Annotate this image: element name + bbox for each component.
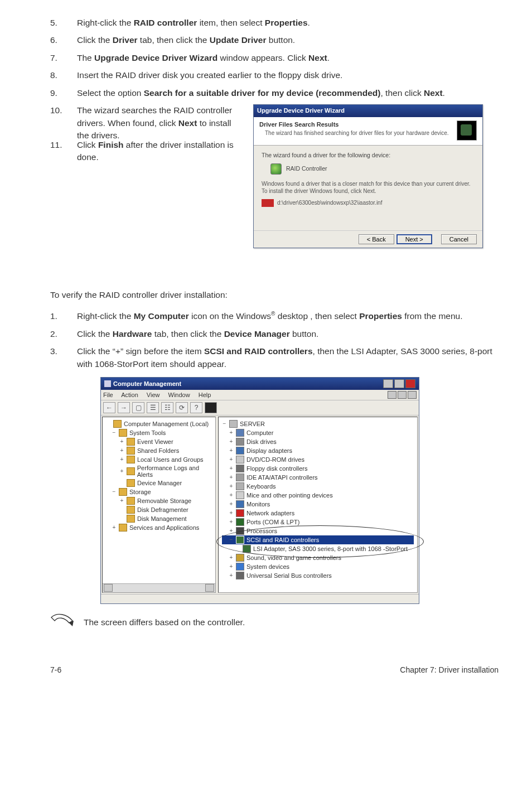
tree-label: Disk Management — [137, 515, 187, 522]
scroll-right-button[interactable] — [205, 584, 214, 592]
dm-node[interactable]: +Display adapters — [222, 446, 414, 455]
display-icon — [236, 447, 244, 455]
tree-root[interactable]: Computer Management (Local) — [104, 419, 214, 428]
dm-node[interactable]: +Processors — [222, 526, 414, 535]
step-num: 10. — [50, 104, 77, 259]
scroll-left-button[interactable] — [104, 584, 113, 592]
t: desktop , then select — [275, 311, 359, 321]
dm-node[interactable]: +Monitors — [222, 500, 414, 509]
dm-label: LSI Adapter, SAS 3000 series, 8-port wit… — [253, 545, 408, 552]
dm-node-scsi[interactable]: −SCSI and RAID controllers — [222, 535, 414, 544]
dm-node[interactable]: +Ports (COM & LPT) — [222, 518, 414, 526]
t: Hardware — [113, 329, 152, 339]
tree-node[interactable]: −System Tools — [104, 428, 214, 437]
folder-icon — [127, 456, 135, 463]
tool-up-button[interactable]: ▢ — [132, 402, 144, 413]
tool-forward-button[interactable]: → — [118, 402, 130, 413]
tree-node[interactable]: Disk Management — [104, 514, 214, 523]
dm-node[interactable]: +Network adapters — [222, 509, 414, 518]
step-6: 6. Click the Driver tab, then click the … — [50, 34, 499, 46]
wizard-back-button[interactable]: < Back — [359, 234, 394, 244]
device-icon — [270, 163, 282, 175]
dm-root[interactable]: −SERVER — [222, 419, 414, 428]
tree-label: Event Viewer — [137, 438, 173, 445]
wizard-path-row: d:\driver\6300esb\windowsxp\32\iaastor.i… — [262, 199, 475, 207]
network-icon — [236, 509, 244, 517]
t: tab, then click the — [138, 35, 210, 45]
verify-intro: To verify the RAID controller driver ins… — [50, 290, 499, 300]
tree-scrollbar[interactable] — [103, 583, 215, 592]
close-button[interactable] — [405, 379, 415, 388]
dm-node[interactable]: +Computer — [222, 428, 414, 437]
wizard-device-label: RAID Controller — [286, 165, 327, 173]
tool-refresh-button[interactable]: ⟳ — [176, 402, 188, 413]
dm-label: Computer — [246, 429, 273, 436]
tool-extra-button[interactable] — [205, 402, 217, 413]
dm-label: Network adapters — [246, 510, 294, 516]
step-num: 1. — [50, 310, 77, 323]
flag-icon — [262, 199, 274, 207]
tree-label: Disk Defragmenter — [137, 506, 188, 513]
mdi-minimize-button[interactable] — [388, 391, 396, 399]
cm-panes: Computer Management (Local) −System Tool… — [101, 416, 419, 594]
mdi-restore-button[interactable] — [398, 391, 407, 399]
dm-label: Display adapters — [246, 447, 292, 454]
wizard-body-line1: The wizard found a driver for the follow… — [262, 151, 475, 160]
tree-node[interactable]: +Removable Storage — [104, 496, 214, 505]
wizard-next-button[interactable]: Next > — [396, 234, 432, 244]
footer: 7-6 Chapter 7: Driver installation — [50, 665, 499, 674]
menu-help[interactable]: Help — [199, 392, 211, 398]
minimize-button[interactable] — [383, 379, 393, 388]
tree-node[interactable]: Device Manager — [104, 479, 214, 487]
dm-label: SERVER — [240, 421, 265, 427]
tree-node[interactable]: +Services and Applications — [104, 523, 214, 532]
tree-node[interactable]: +Local Users and Groups — [104, 455, 214, 464]
dm-node[interactable]: +Floppy disk controllers — [222, 464, 414, 473]
folder-icon — [127, 506, 135, 514]
folder-icon — [119, 488, 127, 496]
cm-right-pane[interactable]: −SERVER +Computer +Disk drives +Display … — [218, 417, 418, 593]
tree-node[interactable]: Disk Defragmenter — [104, 505, 214, 514]
menu-action[interactable]: Action — [121, 392, 138, 398]
tool-back-button[interactable]: ← — [103, 402, 115, 413]
dm-node[interactable]: +Disk drives — [222, 437, 414, 446]
tree-node[interactable]: −Storage — [104, 487, 214, 496]
tool-show-button[interactable]: ☰ — [147, 402, 159, 413]
tree-label: Services and Applications — [129, 524, 199, 531]
dm-node[interactable]: +Sound, video and game controllers — [222, 553, 414, 562]
cm-tree[interactable]: Computer Management (Local) −System Tool… — [102, 417, 216, 593]
t: Upgrade Device Driver Wizard — [94, 53, 217, 62]
mdi-close-button[interactable] — [408, 391, 417, 399]
dm-node[interactable]: +Universal Serial Bus controllers — [222, 571, 414, 580]
step-7: 7. The Upgrade Device Driver Wizard wind… — [50, 52, 499, 64]
step-text: Click the Hardware tab, then click the D… — [77, 328, 499, 340]
wizard-body-para: Windows found a driver that is a closer … — [262, 180, 475, 195]
step-num: 8. — [50, 69, 77, 81]
tree-label: Computer Management (Local) — [124, 421, 209, 427]
dm-node[interactable]: +Keyboards — [222, 482, 414, 491]
dm-node[interactable]: +DVD/CD-ROM drives — [222, 455, 414, 464]
menu-file[interactable]: File — [103, 392, 113, 398]
dm-label: Keyboards — [246, 483, 276, 490]
tree-label: Performance Logs and Alerts — [137, 465, 214, 478]
verify-step-1: 1. Right-click the My Computer icon on t… — [50, 310, 499, 323]
tool-help-button[interactable]: ? — [190, 402, 202, 413]
dm-node[interactable]: +System devices — [222, 562, 414, 571]
maximize-button[interactable] — [394, 379, 404, 388]
t: Next — [308, 53, 327, 62]
tree-node[interactable]: +Event Viewer — [104, 437, 214, 446]
wizard-cancel-button[interactable]: Cancel — [441, 234, 477, 244]
dm-node[interactable]: +IDE ATA/ATAPI controllers — [222, 473, 414, 482]
menu-view[interactable]: View — [147, 392, 160, 398]
dm-node-lsi-adapter[interactable]: LSI Adapter, SAS 3000 series, 8-port wit… — [222, 544, 414, 553]
tool-prop-button[interactable]: ☷ — [161, 402, 173, 413]
t: Finish — [98, 140, 124, 149]
t: The — [77, 53, 94, 62]
menu-window[interactable]: Window — [168, 392, 190, 398]
dm-node[interactable]: +Mice and other pointing devices — [222, 491, 414, 500]
step-text: The Upgrade Device Driver Wizard window … — [77, 52, 499, 64]
t: Properties — [265, 18, 308, 27]
tree-node[interactable]: +Shared Folders — [104, 446, 214, 455]
wizard-header-line2: The wizard has finished searching for dr… — [259, 129, 453, 138]
tree-node[interactable]: +Performance Logs and Alerts — [104, 464, 214, 479]
